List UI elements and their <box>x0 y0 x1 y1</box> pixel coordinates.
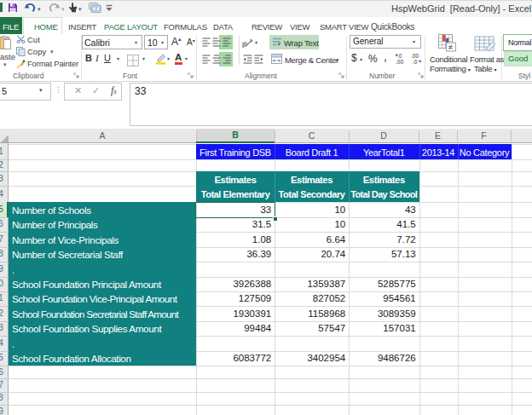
svg-text:.00: .00 <box>411 53 419 59</box>
svg-text:≠: ≠ <box>448 43 453 51</box>
svg-text:.0: .0 <box>413 59 418 65</box>
svg-text:.0: .0 <box>397 53 402 59</box>
svg-text:.00: .00 <box>396 59 403 65</box>
